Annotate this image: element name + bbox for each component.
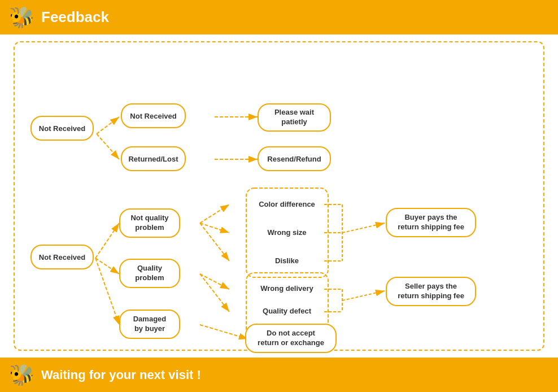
diagram-container: Not Received Not Received Returned/Lost … bbox=[14, 41, 544, 351]
node-resend-refund: Resend/Refund bbox=[258, 146, 331, 171]
footer-title: Waiting for your next visit ! bbox=[41, 368, 201, 382]
svg-line-13 bbox=[200, 325, 248, 339]
svg-line-2 bbox=[97, 134, 119, 159]
header-title: Feedback bbox=[41, 8, 109, 26]
node-quality-defect: Quality defect bbox=[250, 300, 324, 321]
node-seller-pays: Seller pays thereturn shipping fee bbox=[386, 277, 476, 306]
node-not-received-source-top: Not Received bbox=[30, 116, 94, 141]
svg-line-7 bbox=[95, 258, 119, 325]
node-returned-lost: Returned/Lost bbox=[121, 146, 186, 171]
footer-bar: 🐝 Waiting for your next visit ! bbox=[0, 358, 558, 392]
node-please-wait: Please waitpatietly bbox=[258, 103, 331, 132]
svg-line-18 bbox=[342, 223, 385, 233]
node-damaged-by-buyer: Damagedby buyer bbox=[119, 310, 180, 339]
svg-line-1 bbox=[97, 117, 119, 134]
svg-line-11 bbox=[200, 274, 229, 289]
header-bar: 🐝 Feedback bbox=[0, 0, 558, 34]
bee-icon-header: 🐝 bbox=[9, 6, 34, 29]
svg-line-6 bbox=[95, 258, 119, 274]
bee-icon-footer: 🐝 bbox=[9, 363, 34, 387]
svg-line-12 bbox=[200, 274, 229, 312]
svg-line-9 bbox=[200, 223, 229, 233]
node-color-difference: Color difference bbox=[250, 193, 324, 215]
node-wrong-delivery: Wrong delivery bbox=[250, 277, 324, 299]
node-not-quality-problem: Not qualityproblem bbox=[119, 208, 180, 238]
node-do-not-accept: Do not acceptreturn or exchange bbox=[245, 324, 337, 353]
node-dislike: Dislike bbox=[250, 250, 324, 271]
main-content: Not Received Not Received Returned/Lost … bbox=[0, 34, 558, 358]
svg-line-22 bbox=[342, 291, 385, 300]
node-not-received-right: Not Received bbox=[121, 103, 186, 128]
node-wrong-size: Wrong size bbox=[250, 221, 324, 243]
svg-line-10 bbox=[200, 223, 229, 261]
node-quality-problem: Qualityproblem bbox=[119, 259, 180, 288]
node-not-received-source-bottom: Not Received bbox=[30, 245, 94, 269]
node-buyer-pays: Buyer pays thereturn shipping fee bbox=[386, 208, 476, 237]
svg-line-8 bbox=[200, 204, 229, 223]
svg-line-5 bbox=[95, 223, 119, 258]
